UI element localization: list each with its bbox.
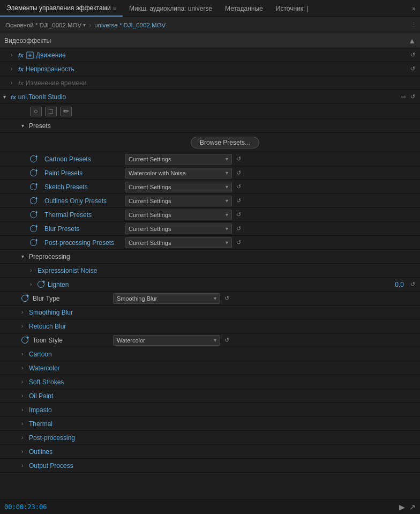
thermal-preset-dropdown[interactable]: Current Settings ▾ <box>125 210 232 220</box>
lighten-cycle-icon[interactable] <box>38 281 44 288</box>
lighten-expand[interactable]: › <box>30 281 38 287</box>
toon-style-dropdown[interactable]: Watercolor ▾ <box>113 335 220 346</box>
thermal-row-reset[interactable]: ↺ <box>234 211 243 218</box>
paint-preset-dropdown[interactable]: Watercolor with Noise ▾ <box>125 168 232 178</box>
cartoon-reset-icon[interactable] <box>30 155 37 162</box>
paint-dropdown-arrow: ▾ <box>226 170 228 176</box>
effect-row-motion[interactable]: › fx Движение ↺ <box>0 48 420 62</box>
retouch-blur-expand[interactable]: › <box>21 323 29 329</box>
presets-expand[interactable]: ▾ <box>21 123 29 129</box>
blur-type-cycle-icon[interactable] <box>21 295 28 302</box>
tab-source[interactable]: Источник: | <box>269 0 315 17</box>
presets-section-header[interactable]: ▾ Presets <box>0 119 420 133</box>
style-item-cartoon[interactable]: › Cartoon <box>0 347 420 361</box>
smoothing-blur-expand[interactable]: › <box>21 309 29 315</box>
postproc-row-reset[interactable]: ↺ <box>234 239 243 246</box>
style-item-output-process[interactable]: › Output Process <box>0 459 420 473</box>
blur-type-arrow: ▾ <box>214 295 216 301</box>
opacity-expand[interactable]: › <box>11 66 18 72</box>
cartoon-dropdown-arrow: ▾ <box>226 156 228 162</box>
preset-row-paint[interactable]: Paint Presets Watercolor with Noise ▾ ↺ <box>0 166 420 180</box>
sketch-row-reset[interactable]: ↺ <box>234 183 243 190</box>
play-button[interactable]: ▶ <box>399 503 405 511</box>
preset-row-postproc[interactable]: Post-processing Presets Current Settings… <box>0 236 420 250</box>
cartoon-style-expand[interactable]: › <box>21 351 29 357</box>
preprocessing-expand[interactable]: ▾ <box>21 254 29 259</box>
toonit-circle-btn[interactable]: ○ <box>30 107 42 116</box>
tab-effects[interactable]: Элементы управления эффектами ≡ <box>0 0 123 17</box>
scroll-up-button[interactable]: ▲ <box>408 36 416 45</box>
tab-meta[interactable]: Метаданные <box>219 0 269 17</box>
cartoon-row-reset[interactable]: ↺ <box>234 155 243 162</box>
oil-paint-expand[interactable]: › <box>21 393 29 399</box>
blur-type-reset[interactable]: ↺ <box>222 295 231 302</box>
postproc-preset-dropdown[interactable]: Current Settings ▾ <box>125 237 232 248</box>
blur-type-dropdown[interactable]: Smoothing Blur ▾ <box>113 293 220 304</box>
style-item-oil-paint[interactable]: › Oil Paint <box>0 389 420 403</box>
source-clip1[interactable]: Основной * DJI_0002.MOV ▾ <box>3 22 88 28</box>
toon-style-cycle-icon[interactable] <box>21 337 28 344</box>
blur-type-row[interactable]: Blur Type Smoothing Blur ▾ ↺ <box>0 292 420 306</box>
preset-row-blur[interactable]: Blur Presets Current Settings ▾ ↺ <box>0 222 420 236</box>
thermal-style-expand[interactable]: › <box>21 421 29 427</box>
toonit-expand[interactable]: ▾ <box>3 94 11 100</box>
retouch-blur-row[interactable]: › Retouch Blur <box>0 319 420 333</box>
style-item-outlines[interactable]: › Outlines <box>0 445 420 459</box>
paint-row-reset[interactable]: ↺ <box>234 169 243 176</box>
sketch-preset-dropdown[interactable]: Current Settings ▾ <box>125 182 232 192</box>
impasto-expand[interactable]: › <box>21 407 29 413</box>
effect-row-time[interactable]: › fx Изменение времени <box>0 76 420 90</box>
style-item-postprocessing[interactable]: › Post-processing <box>0 431 420 445</box>
toon-style-reset[interactable]: ↺ <box>222 337 231 344</box>
smoothing-blur-row[interactable]: › Smoothing Blur <box>0 306 420 319</box>
paint-reset-icon[interactable] <box>30 169 37 176</box>
browse-presets-button[interactable]: Browse Presets... <box>191 137 259 148</box>
preset-row-thermal[interactable]: Thermal Presets Current Settings ▾ ↺ <box>0 208 420 222</box>
source-clip2-label: universe * DJI_0002.MOV <box>94 22 166 28</box>
blur-row-reset[interactable]: ↺ <box>234 225 243 232</box>
blur-reset-icon[interactable] <box>30 225 37 232</box>
thermal-reset-icon[interactable] <box>30 211 37 218</box>
source-clip2[interactable]: universe * DJI_0002.MOV <box>92 22 168 28</box>
preset-row-sketch[interactable]: Sketch Presets Current Settings ▾ ↺ <box>0 180 420 194</box>
motion-reset[interactable]: ↺ <box>408 51 417 58</box>
export-button[interactable]: ↗ <box>409 503 416 511</box>
opacity-reset[interactable]: ↺ <box>408 65 417 72</box>
style-item-soft-strokes[interactable]: › Soft Strokes <box>0 375 420 389</box>
toon-style-row[interactable]: Toon Style Watercolor ▾ ↺ <box>0 333 420 347</box>
tab-audio[interactable]: Микш. аудиоклипа: universe <box>123 0 219 17</box>
oil-paint-label: Oil Paint <box>29 392 417 400</box>
lighten-reset[interactable]: ↺ <box>408 281 417 288</box>
motion-expand[interactable]: › <box>11 52 18 58</box>
postproc-style-expand[interactable]: › <box>21 435 29 441</box>
blur-preset-dropdown[interactable]: Current Settings ▾ <box>125 224 232 234</box>
toonit-reset[interactable]: ↺ <box>408 93 417 100</box>
outlines-reset-icon[interactable] <box>30 197 37 204</box>
toonit-square-btn[interactable]: □ <box>45 107 57 116</box>
toonit-pen-btn[interactable]: ✏ <box>60 107 72 116</box>
outlines-style-expand[interactable]: › <box>21 449 29 455</box>
effect-row-toonit[interactable]: ▾ fx uni.ToonIt Studio ⇨ ↺ <box>0 90 420 104</box>
expand-button[interactable]: » <box>408 5 420 12</box>
outlines-preset-dropdown[interactable]: Current Settings ▾ <box>125 196 232 206</box>
time-expand[interactable]: › <box>11 80 18 86</box>
watercolor-style-expand[interactable]: › <box>21 365 29 371</box>
expr-noise-row[interactable]: › Expresssionist Noise <box>0 264 420 278</box>
cartoon-preset-dropdown[interactable]: Current Settings ▾ <box>125 154 232 165</box>
effect-row-opacity[interactable]: › fx Непрозрачность ↺ <box>0 62 420 76</box>
style-item-watercolor[interactable]: › Watercolor <box>0 361 420 375</box>
postproc-reset-icon[interactable] <box>30 239 37 246</box>
output-process-expand[interactable]: › <box>21 463 29 468</box>
style-item-thermal[interactable]: › Thermal <box>0 417 420 431</box>
outlines-row-reset[interactable]: ↺ <box>234 197 243 204</box>
soft-strokes-expand[interactable]: › <box>21 379 29 385</box>
expr-noise-expand[interactable]: › <box>30 267 38 273</box>
opacity-label: Непрозрачность <box>26 65 408 73</box>
preset-row-outlines[interactable]: Outlines Only Presets Current Settings ▾… <box>0 194 420 208</box>
sketch-reset-icon[interactable] <box>30 183 37 190</box>
lighten-row[interactable]: › Lighten 0,0 ↺ <box>0 278 420 292</box>
style-item-impasto[interactable]: › Impasto <box>0 403 420 417</box>
preprocessing-header[interactable]: ▾ Preprocessing <box>0 250 420 264</box>
preset-row-cartoon[interactable]: Cartoon Presets Current Settings ▾ ↺ <box>0 152 420 166</box>
lighten-label: Lighten <box>48 281 395 288</box>
